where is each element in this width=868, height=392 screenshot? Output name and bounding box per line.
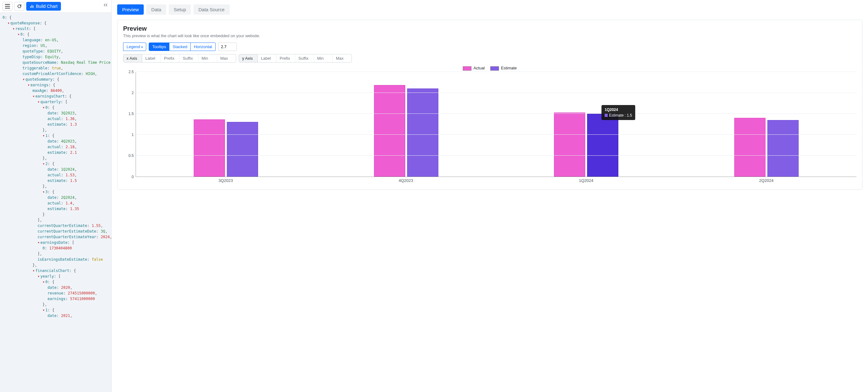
bar-group bbox=[316, 72, 496, 177]
stacked-toggle[interactable]: Stacked bbox=[169, 42, 191, 51]
tab-preview[interactable]: Preview bbox=[117, 4, 144, 15]
yaxis-prefix-cell[interactable]: Prefix bbox=[277, 54, 295, 62]
menu-button[interactable] bbox=[2, 2, 12, 11]
xaxis-prefix-cell[interactable]: Prefix bbox=[161, 54, 180, 62]
preview-panel: Preview This preview is what the chart w… bbox=[117, 20, 862, 190]
ytick: 2 bbox=[131, 91, 134, 95]
ytick: 1.5 bbox=[128, 112, 134, 116]
bar-actual[interactable] bbox=[194, 119, 225, 176]
chart-xaxis: 3Q20234Q20231Q20242Q2024 bbox=[135, 178, 857, 184]
refresh-button[interactable] bbox=[14, 2, 24, 11]
xcat: 4Q2023 bbox=[316, 178, 496, 184]
main-content: PreviewDataSetupData Source Preview This… bbox=[112, 0, 868, 392]
tab-data[interactable]: Data bbox=[146, 4, 166, 15]
json-sidebar: Build Chart 0: {▾quoteResponse: {▾result… bbox=[0, 0, 112, 392]
chart-icon bbox=[30, 4, 34, 8]
menu-icon bbox=[5, 4, 10, 8]
svg-rect-0 bbox=[30, 6, 31, 8]
bar-estimate[interactable] bbox=[227, 122, 258, 176]
bar-actual[interactable] bbox=[554, 113, 585, 177]
panel-subtitle: This preview is what the chart will look… bbox=[123, 33, 857, 38]
build-chart-label: Build Chart bbox=[36, 4, 58, 9]
axis-config-row: x Axis Label Prefix Suffix Min Max y Axi… bbox=[123, 54, 857, 62]
yaxis-head: y Axis bbox=[239, 54, 258, 62]
chart-legend: ActualEstimate bbox=[123, 66, 857, 71]
bar-actual[interactable] bbox=[374, 85, 405, 176]
chart[interactable]: 00.511.522.5 1Q2024Estimate : 1.5 3Q2023… bbox=[123, 72, 857, 184]
bar-group bbox=[677, 72, 857, 177]
build-chart-button[interactable]: Build Chart bbox=[26, 2, 61, 11]
legend-dropdown-label[interactable]: Legend bbox=[123, 42, 146, 51]
chevron-left-icon bbox=[104, 3, 107, 7]
bar-actual[interactable] bbox=[734, 118, 766, 177]
xaxis-label-cell[interactable]: Label bbox=[142, 54, 161, 62]
ytick: 0.5 bbox=[128, 153, 134, 158]
chart-container: ActualEstimate 00.511.522.5 1Q2024Estima… bbox=[123, 66, 857, 184]
xaxis-suffix-cell[interactable]: Suffix bbox=[180, 54, 198, 62]
svg-rect-1 bbox=[32, 5, 32, 8]
legend-dropdown[interactable]: Legend bbox=[123, 42, 146, 51]
xaxis-max-cell[interactable]: Max bbox=[217, 54, 236, 62]
bar-group bbox=[496, 72, 677, 177]
chart-options-row: Legend Tooltips Stacked Horizontal bbox=[123, 42, 857, 51]
sidebar-toolbar: Build Chart bbox=[0, 0, 111, 13]
tab-data-source[interactable]: Data Source bbox=[193, 4, 229, 15]
xcat: 1Q2024 bbox=[496, 178, 677, 184]
display-mode-group: Tooltips Stacked Horizontal bbox=[149, 42, 216, 51]
ytick: 0 bbox=[131, 175, 134, 179]
xaxis-head: x Axis bbox=[123, 54, 142, 62]
yaxis-config: y Axis Label Prefix Suffix Min Max bbox=[239, 54, 352, 62]
xcat: 3Q2023 bbox=[135, 178, 316, 184]
xaxis-min-cell[interactable]: Min bbox=[198, 54, 217, 62]
ymax-input[interactable] bbox=[218, 42, 237, 51]
bar-group bbox=[136, 72, 316, 177]
bar-estimate[interactable] bbox=[587, 114, 618, 177]
panel-title: Preview bbox=[123, 25, 857, 32]
xaxis-config: x Axis Label Prefix Suffix Min Max bbox=[123, 54, 236, 62]
ytick: 1 bbox=[131, 132, 134, 137]
yaxis-label-cell[interactable]: Label bbox=[258, 54, 277, 62]
yaxis-max-cell[interactable]: Max bbox=[333, 54, 351, 62]
tooltips-toggle[interactable]: Tooltips bbox=[149, 42, 169, 51]
collapse-sidebar-button[interactable] bbox=[102, 2, 109, 8]
json-tree[interactable]: 0: {▾quoteResponse: {▾result: [▾0: {lang… bbox=[0, 13, 111, 392]
bar-estimate[interactable] bbox=[407, 88, 438, 176]
yaxis-suffix-cell[interactable]: Suffix bbox=[295, 54, 314, 62]
chart-yaxis: 00.511.522.5 bbox=[123, 72, 135, 177]
chart-plot: 1Q2024Estimate : 1.5 bbox=[135, 72, 857, 177]
bar-estimate[interactable] bbox=[767, 120, 799, 177]
legend-item-actual[interactable]: Actual bbox=[463, 66, 485, 71]
tab-setup[interactable]: Setup bbox=[169, 4, 191, 15]
horizontal-toggle[interactable]: Horizontal bbox=[191, 42, 216, 51]
xcat: 2Q2024 bbox=[676, 178, 857, 184]
refresh-icon bbox=[17, 4, 22, 8]
svg-rect-2 bbox=[33, 6, 33, 8]
ytick: 2.5 bbox=[128, 70, 134, 74]
yaxis-min-cell[interactable]: Min bbox=[314, 54, 333, 62]
legend-item-estimate[interactable]: Estimate bbox=[490, 66, 517, 71]
tab-bar: PreviewDataSetupData Source bbox=[117, 4, 862, 15]
